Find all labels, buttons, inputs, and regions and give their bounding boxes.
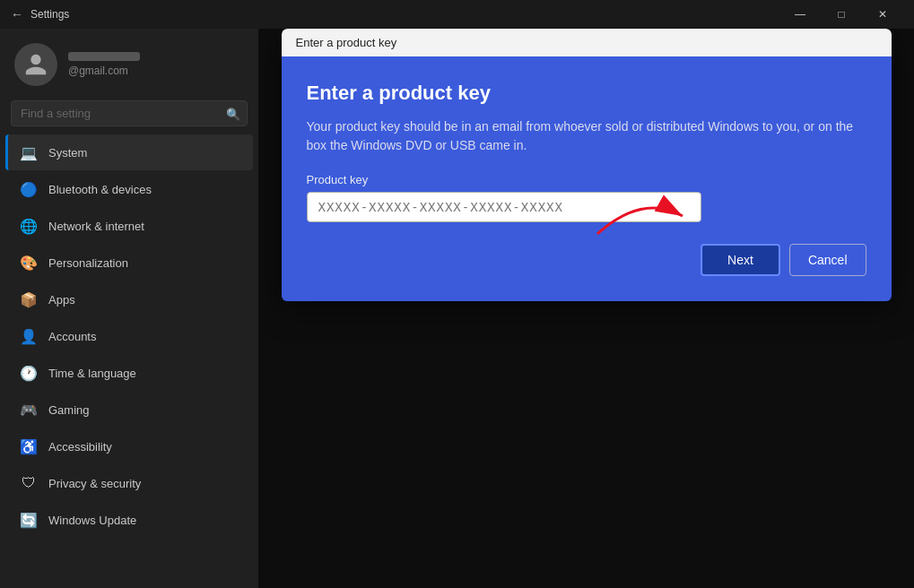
sidebar-item-label-bluetooth: Bluetooth & devices	[48, 183, 152, 196]
user-section: @gmail.com	[0, 29, 258, 97]
sidebar-item-bluetooth[interactable]: 🔵 Bluetooth & devices	[5, 171, 253, 207]
time-icon: 🕐	[20, 364, 38, 382]
sidebar-item-privacy[interactable]: 🛡 Privacy & security	[5, 465, 253, 501]
dialog-body: Enter a product key Your product key sho…	[282, 56, 892, 301]
sidebar-item-update[interactable]: 🔄 Windows Update	[5, 502, 253, 538]
accessibility-icon: ♿	[20, 437, 38, 455]
sidebar-item-label-system: System	[48, 146, 87, 160]
content-area: System > Activation 🔑 Change product key…	[258, 29, 914, 588]
back-icon[interactable]: ←	[11, 7, 23, 22]
sidebar-item-label-accessibility: Accessibility	[48, 440, 112, 454]
search-icon: 🔍	[226, 107, 240, 120]
sidebar-item-personalization[interactable]: 🎨 Personalization	[5, 245, 253, 281]
sidebar-item-label-time: Time & language	[48, 367, 136, 380]
window-controls: — □ ✕	[779, 0, 903, 29]
network-icon: 🌐	[20, 217, 38, 235]
sidebar-item-label-gaming: Gaming	[48, 403, 90, 417]
sidebar-item-accounts[interactable]: 👤 Accounts	[5, 318, 253, 354]
sidebar-item-accessibility[interactable]: ♿ Accessibility	[5, 428, 253, 464]
sidebar-item-apps[interactable]: 📦 Apps	[5, 281, 253, 317]
dialog-titlebar: Enter a product key	[282, 29, 892, 56]
sidebar-item-label-apps: Apps	[48, 293, 75, 307]
sidebar-item-network[interactable]: 🌐 Network & internet	[5, 208, 253, 244]
cancel-button[interactable]: Cancel	[789, 244, 866, 276]
title-bar: ← Settings — □ ✕	[0, 0, 914, 29]
user-email: @gmail.com	[68, 65, 140, 77]
product-key-label: Product key	[307, 173, 866, 186]
personalization-icon: 🎨	[20, 254, 38, 272]
app-title: Settings	[30, 8, 69, 21]
dialog-description: Your product key should be in an email f…	[307, 117, 866, 155]
sidebar-item-label-update: Windows Update	[48, 514, 136, 527]
overlay-backdrop: Enter a product key Enter a product key …	[258, 29, 914, 588]
user-info: @gmail.com	[68, 52, 140, 77]
close-button[interactable]: ✕	[862, 0, 903, 29]
search-box: 🔍	[11, 100, 248, 126]
dialog-title: Enter a product key	[307, 82, 866, 105]
sidebar: @gmail.com 🔍 💻 System 🔵 Bluetooth & devi…	[0, 29, 258, 588]
accounts-icon: 👤	[20, 327, 38, 345]
sidebar-item-time[interactable]: 🕐 Time & language	[5, 355, 253, 391]
sidebar-item-label-network: Network & internet	[48, 220, 144, 233]
sidebar-item-system[interactable]: 💻 System	[5, 134, 253, 170]
search-input[interactable]	[11, 100, 248, 126]
sidebar-item-label-personalization: Personalization	[48, 256, 128, 270]
system-icon: 💻	[20, 143, 38, 161]
maximize-button[interactable]: □	[821, 0, 862, 29]
sidebar-item-label-privacy: Privacy & security	[48, 477, 141, 490]
product-key-input[interactable]	[307, 192, 701, 222]
minimize-button[interactable]: —	[779, 0, 821, 29]
user-name-bar	[68, 52, 140, 61]
apps-icon: 📦	[20, 290, 38, 308]
privacy-icon: 🛡	[20, 474, 38, 492]
avatar	[14, 43, 57, 86]
dialog-buttons: Next Cancel	[307, 244, 866, 276]
dialog: Enter a product key Enter a product key …	[282, 29, 892, 301]
bluetooth-icon: 🔵	[20, 180, 38, 198]
gaming-icon: 🎮	[20, 401, 38, 419]
next-button[interactable]: Next	[701, 244, 780, 276]
update-icon: 🔄	[20, 511, 38, 529]
sidebar-item-gaming[interactable]: 🎮 Gaming	[5, 392, 253, 428]
sidebar-item-label-accounts: Accounts	[48, 330, 96, 343]
